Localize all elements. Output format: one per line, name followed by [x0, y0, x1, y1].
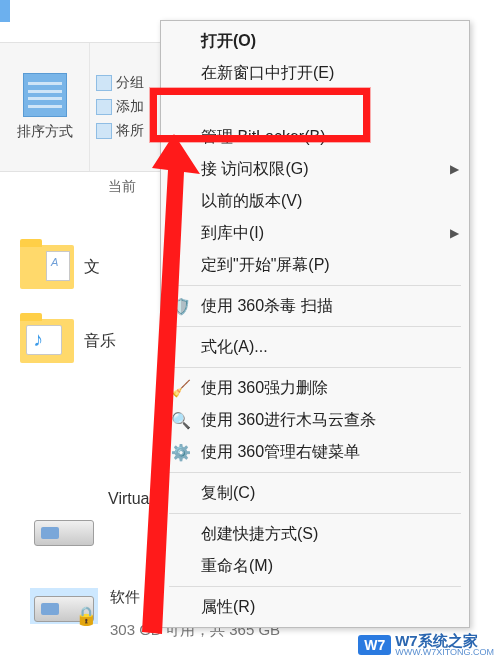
ctx-separator — [169, 513, 461, 514]
nav-item-music[interactable]: 音乐 — [20, 319, 150, 363]
drive-locked-icon — [34, 596, 94, 622]
watermark-url: WWW.W7XITONG.COM — [395, 648, 494, 657]
chevron-right-icon: ▶ — [450, 162, 459, 176]
ctx-separator — [169, 367, 461, 368]
ctx-manage-bitlocker[interactable]: 管理 BitLocker(B) — [161, 121, 469, 153]
ctx-properties[interactable]: 属性(R) — [161, 591, 469, 623]
nav-item-documents[interactable]: A 文 — [20, 245, 150, 289]
watermark-badge: W7 — [358, 635, 391, 655]
chevron-right-icon: ▶ — [450, 226, 459, 240]
ctx-separator — [169, 326, 461, 327]
group-label: 分组 — [116, 74, 144, 92]
drive-icon-virtual[interactable] — [34, 514, 94, 546]
nav-label-documents: 文 — [84, 257, 100, 278]
ctx-separator — [169, 285, 461, 286]
ctx-create-shortcut[interactable]: 创建快捷方式(S) — [161, 518, 469, 550]
delete-icon: 🧹 — [171, 378, 191, 398]
ribbon-group-by[interactable]: 分组 — [96, 74, 169, 92]
ctx-separator — [169, 586, 461, 587]
ribbon: 排序方式 分组 添加 将所 — [0, 42, 175, 172]
gear-icon: ⚙️ — [171, 442, 191, 462]
add-label: 添加 — [116, 98, 144, 116]
ctx-copy[interactable]: 复制(C) — [161, 477, 469, 509]
watermark: W7 W7系统之家 WWW.W7XITONG.COM — [358, 633, 494, 657]
folder-icon: A — [20, 245, 74, 289]
nav-virtual-label: Virtua — [108, 490, 150, 508]
shield-icon: 🛡️ — [171, 296, 191, 316]
ctx-include-in-library[interactable]: 到库中(I)▶ — [161, 217, 469, 249]
context-menu: 打开(O) 在新窗口中打开(E) ——— 管理 BitLocker(B) 接 访… — [160, 20, 470, 628]
ribbon-sort-group[interactable]: 排序方式 — [0, 43, 90, 171]
title-bar-fragment — [0, 0, 10, 22]
fit-label: 将所 — [116, 122, 144, 140]
ribbon-add-column[interactable]: 添加 — [96, 98, 169, 116]
ctx-format[interactable]: 式化(A)... — [161, 331, 469, 363]
ctx-360-scan[interactable]: 🛡️使用 360杀毒 扫描 — [161, 290, 469, 322]
ctx-360-force-delete[interactable]: 🧹使用 360强力删除 — [161, 372, 469, 404]
fit-icon — [96, 123, 112, 139]
nav-pane: A 文 音乐 — [20, 245, 150, 393]
sort-label: 排序方式 — [17, 123, 73, 141]
ribbon-group-caption: 当前 — [108, 178, 136, 196]
music-folder-icon — [20, 319, 74, 363]
sort-icon — [23, 73, 67, 117]
ribbon-size-fit[interactable]: 将所 — [96, 122, 169, 140]
add-icon — [96, 99, 112, 115]
ctx-pin-to-start[interactable]: 定到"开始"屏幕(P) — [161, 249, 469, 281]
ctx-360-manage-menu[interactable]: ⚙️使用 360管理右键菜单 — [161, 436, 469, 468]
ctx-hidden-item[interactable]: ——— — [161, 89, 469, 121]
cloud-scan-icon: 🔍 — [171, 410, 191, 430]
nav-label-music: 音乐 — [84, 331, 116, 352]
ctx-360-trojan-scan[interactable]: 🔍使用 360进行木马云查杀 — [161, 404, 469, 436]
group-icon — [96, 75, 112, 91]
ctx-separator — [169, 472, 461, 473]
watermark-text: W7系统之家 — [395, 633, 494, 648]
ctx-access-rights[interactable]: 接 访问权限(G)▶ — [161, 153, 469, 185]
ctx-open-new-window[interactable]: 在新窗口中打开(E) — [161, 57, 469, 89]
ctx-restore-previous[interactable]: 以前的版本(V) — [161, 185, 469, 217]
ctx-open[interactable]: 打开(O) — [161, 25, 469, 57]
ctx-rename[interactable]: 重命名(M) — [161, 550, 469, 582]
